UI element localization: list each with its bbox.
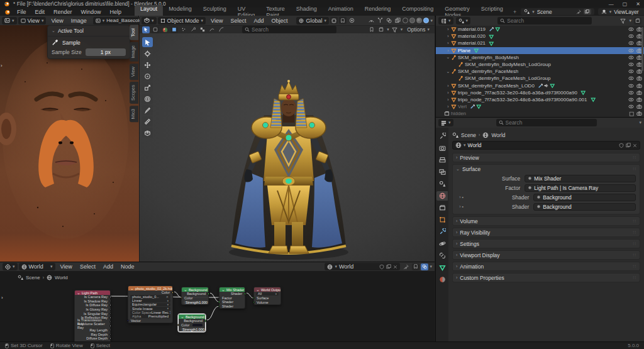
side-tab-view[interactable]: View xyxy=(130,64,138,80)
camera-visibility-icon[interactable] xyxy=(636,111,642,116)
output-socket[interactable] xyxy=(109,333,111,335)
browse-world-dropdown[interactable]: ▾ xyxy=(464,143,466,148)
strength-slider[interactable]: Strength1.000 xyxy=(184,301,206,304)
outliner-row[interactable]: ›Plane xyxy=(436,47,644,54)
options-dropdown[interactable]: Options ▾ xyxy=(404,26,432,33)
side-tab-tool[interactable]: Tool xyxy=(130,25,138,40)
preview-panel[interactable]: ›Preview∷ xyxy=(452,153,640,162)
scene-selector[interactable]: ▾ Scene xyxy=(521,8,594,15)
snap-magnet-icon[interactable] xyxy=(412,263,419,270)
panel-header[interactable]: ›Volume∷ xyxy=(453,217,640,225)
eye-visibility-icon[interactable] xyxy=(628,33,634,39)
viewport-menu-add[interactable]: Add xyxy=(250,18,267,24)
properties-options-icon[interactable]: ▾ xyxy=(639,120,641,125)
snap-magnet-icon[interactable] xyxy=(339,17,347,24)
snap-target-icon[interactable] xyxy=(330,17,338,24)
input-socket[interactable] xyxy=(218,301,220,303)
checkbox-icon[interactable] xyxy=(629,111,635,117)
field-value-dropdown[interactable]: Mix Shader xyxy=(525,175,636,182)
image-mode-dropdown[interactable]: View ▾ xyxy=(18,17,47,25)
app-menu-render[interactable]: Render xyxy=(49,9,77,15)
new-collection-icon[interactable] xyxy=(634,18,641,25)
mode-transfer-icon[interactable] xyxy=(170,26,178,33)
field-value-dropdown[interactable]: Light Path | Is Camera Ray xyxy=(525,184,636,192)
node-menu-add[interactable]: Add xyxy=(99,263,117,270)
editor-type-dropdown[interactable]: ▾ xyxy=(2,17,17,25)
proportional-edit-icon[interactable] xyxy=(348,17,355,24)
tool-annotate[interactable] xyxy=(142,105,153,115)
viewport-menu-select[interactable]: Select xyxy=(226,18,250,24)
world-id-block[interactable]: ▾ World xyxy=(325,263,400,270)
output-socket[interactable] xyxy=(109,321,111,323)
copy-icon[interactable] xyxy=(386,264,391,269)
field-value-dropdown[interactable]: Background xyxy=(533,194,636,201)
texture-icon[interactable] xyxy=(199,26,206,33)
expand-arrow[interactable]: › xyxy=(445,97,451,102)
properties-tab-constraint[interactable] xyxy=(436,251,448,260)
fake-user-shield-icon[interactable] xyxy=(619,143,624,148)
properties-tab-physics[interactable] xyxy=(436,239,448,248)
shading-dropdown-icon[interactable]: ▾ xyxy=(430,18,433,23)
panel-viewport-display[interactable]: ›Viewport Display∷ xyxy=(452,250,640,260)
shading-solid-icon[interactable] xyxy=(409,18,415,23)
node-dropdown-equirectangular[interactable]: Equirectangular▾ xyxy=(130,303,170,307)
bookmark-icon[interactable] xyxy=(368,26,375,33)
surface-panel[interactable]: ⌄Surface∷ SurfaceMix ShaderFactorLight P… xyxy=(452,164,640,214)
eye-visibility-icon[interactable] xyxy=(628,55,634,60)
app-menu-edit[interactable]: Edit xyxy=(31,9,50,15)
tool-transform[interactable] xyxy=(142,94,153,104)
expand-decorator[interactable]: › • xyxy=(457,204,465,209)
image-menu-image[interactable]: Image xyxy=(67,18,91,24)
input-socket[interactable] xyxy=(218,297,220,299)
close-button[interactable]: ✕ xyxy=(636,1,640,7)
node-dropdown-linear[interactable]: Linear▾ xyxy=(130,299,170,302)
brush-icon[interactable] xyxy=(189,26,197,33)
input-socket[interactable] xyxy=(253,301,255,303)
node-menu-view[interactable]: View xyxy=(57,263,76,270)
outliner-row[interactable]: ⌄SKM_demtryfin_BodyMesh xyxy=(436,54,644,61)
expand-arrow[interactable]: › xyxy=(445,41,451,45)
node-menu-select[interactable]: Select xyxy=(76,263,99,270)
eye-visibility-icon[interactable] xyxy=(628,83,634,89)
viewport-menu-object[interactable]: Object xyxy=(267,18,291,24)
outliner-row[interactable]: ›material.019 xyxy=(436,26,644,33)
output-socket[interactable] xyxy=(109,308,111,310)
editor-type-dropdown[interactable]: ▾ xyxy=(3,263,18,270)
minimize-button[interactable]: — xyxy=(609,1,614,7)
output-socket[interactable] xyxy=(109,304,111,306)
eye-visibility-icon[interactable] xyxy=(628,90,634,96)
panel-volume[interactable]: ›Volume∷ xyxy=(452,216,640,226)
output-socket[interactable] xyxy=(109,317,111,319)
editor-type-dropdown[interactable]: ▾ xyxy=(142,17,157,25)
pin-icon[interactable] xyxy=(576,9,581,14)
output-socket[interactable] xyxy=(109,325,111,327)
eye-visibility-icon[interactable] xyxy=(628,48,634,53)
expand-arrow[interactable]: › xyxy=(445,34,451,38)
maximize-button[interactable]: ▢ xyxy=(623,1,628,7)
outliner-search[interactable] xyxy=(497,17,592,25)
sample-size-value[interactable]: 1 px xyxy=(86,48,126,56)
eye-visibility-icon[interactable] xyxy=(628,104,634,109)
output-target-dropdown[interactable]: All▾ xyxy=(256,292,279,296)
environment-texture-node[interactable]: ⌄photo_studio_02_2k.hdr Color photo_stud… xyxy=(128,285,173,323)
annotate-visibility-icon[interactable] xyxy=(367,17,375,24)
copy-icon[interactable] xyxy=(626,143,631,148)
sidebar-toggle-arrow[interactable]: › xyxy=(1,295,3,301)
tool-search[interactable] xyxy=(242,26,336,33)
toolbar-toggle-arrow[interactable]: › xyxy=(1,63,3,69)
expand-arrow[interactable]: › xyxy=(445,84,451,88)
app-menu-help[interactable]: Help xyxy=(106,9,126,15)
falloff-icon[interactable] xyxy=(218,26,225,33)
editor-type-dropdown[interactable]: ▾ xyxy=(438,17,453,25)
mode-dropdown[interactable]: Object Mode ▾ xyxy=(158,17,206,25)
editor-type-dropdown[interactable]: ▾ xyxy=(438,119,453,126)
outliner-row[interactable]: ›material.020 xyxy=(436,33,644,40)
outliner-row[interactable]: ›tripo_node_7f7ac532-3e20-48c6-a36a-d973… xyxy=(436,96,644,103)
shading-wireframe-icon[interactable] xyxy=(402,18,408,23)
properties-tab-viewlayer[interactable] xyxy=(436,167,448,177)
tool-cursor[interactable] xyxy=(142,48,153,58)
eye-visibility-icon[interactable] xyxy=(628,69,634,74)
node-menu-node[interactable]: Node xyxy=(117,263,138,270)
outliner-row[interactable]: hidden xyxy=(436,110,644,117)
background-node-selected[interactable]: ⌄Background Background Color Strength1.0… xyxy=(178,314,206,332)
